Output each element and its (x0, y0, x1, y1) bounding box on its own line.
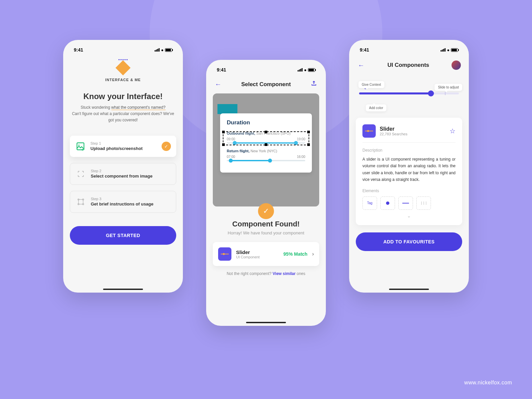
svg-point-1 (78, 144, 80, 146)
elements-label: Elements (362, 189, 456, 193)
upload-image-icon (75, 141, 86, 152)
app-logo-icon (116, 61, 130, 74)
get-started-button[interactable]: GET STARTED (70, 226, 176, 245)
demo-slider[interactable] (359, 92, 459, 94)
headline: Know your Interface! (70, 92, 176, 101)
outbound-slider (227, 142, 305, 144)
share-icon[interactable] (310, 80, 318, 88)
status-bar: 9:41 ● (356, 46, 462, 58)
step-3-label: Step 3 (91, 197, 171, 201)
expand-chevron-icon[interactable]: ⌄ (362, 213, 456, 218)
result-card[interactable]: Slider UI Component 95% Match › (213, 242, 319, 266)
battery-icon (165, 48, 172, 52)
wifi-icon: ● (447, 48, 450, 53)
svg-rect-0 (77, 143, 84, 150)
element-ticks[interactable] (416, 197, 431, 210)
signal-icon (298, 68, 303, 71)
home-indicator (103, 289, 143, 290)
back-icon[interactable]: ← (357, 62, 365, 69)
battery-icon (451, 48, 458, 52)
result-name: Slider (236, 249, 260, 255)
add-favourites-button[interactable]: ADD TO FAVOURITES (356, 232, 462, 251)
step-3-card[interactable]: Step 3 Get brief instructions of usage (70, 191, 176, 213)
preview-card-title: Duration (227, 119, 305, 126)
chevron-right-icon: › (312, 251, 314, 257)
found-title: Component Found! (213, 220, 319, 228)
step-1-card[interactable]: Step 1 Upload photo/screenshot ✓ (70, 136, 176, 157)
outbound-label: Outbound flight, San Francisco (SFO) (227, 131, 305, 135)
nav-title: UI Components (387, 62, 429, 68)
step-1-label: Step 1 (90, 141, 157, 145)
step-2-text: Select component from image (91, 174, 171, 179)
home-indicator (246, 322, 286, 323)
success-check-icon: ✓ (258, 203, 274, 219)
wifi-icon: ● (161, 48, 164, 53)
match-percent: 95% Match (283, 251, 307, 257)
signal-icon (155, 48, 160, 52)
svg-rect-2 (78, 200, 83, 204)
step-2-card[interactable]: Step 2 Select component from image (70, 163, 176, 185)
slider-component-icon (362, 124, 376, 138)
element-track[interactable] (398, 197, 413, 210)
nav-title: Select Component (241, 81, 291, 88)
component-meta: 22,783 Searches (380, 132, 407, 136)
element-tag[interactable]: Tag (362, 197, 377, 210)
screenshot-preview[interactable]: Duration Outbound flight, San Francisco … (213, 93, 319, 206)
phone-screen-detail: 9:41 ● ← UI Components Give Context Slid… (349, 40, 469, 293)
check-icon: ✓ (162, 142, 171, 151)
found-subtitle: Horray! We have found your component (213, 230, 319, 235)
element-knob[interactable] (380, 197, 395, 210)
result-type: UI Component (236, 255, 260, 259)
avatar[interactable] (452, 61, 461, 70)
watermark: www.nickelfox.com (464, 380, 512, 386)
step-2-label: Step 2 (91, 169, 171, 173)
description-label: Description (362, 148, 456, 153)
instructions-icon (75, 197, 86, 207)
step-1-text: Upload photo/screenshot (90, 146, 157, 151)
tooltip-color: Add color (366, 104, 386, 111)
favourite-star-icon[interactable]: ☆ (450, 127, 456, 135)
status-bar: 9:41 ● (213, 66, 319, 78)
component-detail-card: Slider 22,783 Searches ☆ Description A s… (356, 118, 462, 225)
tooltip-slide: Slide to adjust (435, 84, 462, 91)
slider-component-icon (218, 247, 231, 261)
back-icon[interactable]: ← (214, 80, 222, 88)
tooltip-context: Give Context (358, 81, 384, 88)
sub-headline: Stuck wondering what the component's nam… (70, 104, 176, 124)
status-time: 9:41 (217, 67, 226, 72)
component-name: Slider (380, 126, 407, 132)
footer-hint: Not the right component? View similar on… (213, 271, 319, 276)
signal-icon (441, 48, 446, 52)
brand-name: INTERFACE & ME (70, 78, 176, 82)
home-indicator (389, 289, 429, 290)
phone-screen-select: 9:41 ● ← Select Component Duration Outbo… (206, 60, 326, 326)
return-label: Return flight, New York (NYC) (227, 149, 305, 153)
slider-knob[interactable] (428, 90, 434, 96)
return-slider (227, 160, 305, 161)
select-icon (75, 169, 86, 179)
battery-icon (308, 68, 315, 72)
view-similar-link[interactable]: View similar (273, 271, 296, 276)
status-bar: 9:41 ● (70, 46, 176, 58)
description-text: A slider is a UI component representing … (362, 156, 456, 183)
phone-screen-onboarding: 9:41 ● INTERFACE & ME Know your Interfac… (63, 40, 183, 293)
wifi-icon: ● (304, 67, 307, 72)
status-time: 9:41 (360, 47, 369, 53)
step-3-text: Get brief instructions of usage (91, 201, 171, 206)
status-time: 9:41 (74, 47, 83, 53)
